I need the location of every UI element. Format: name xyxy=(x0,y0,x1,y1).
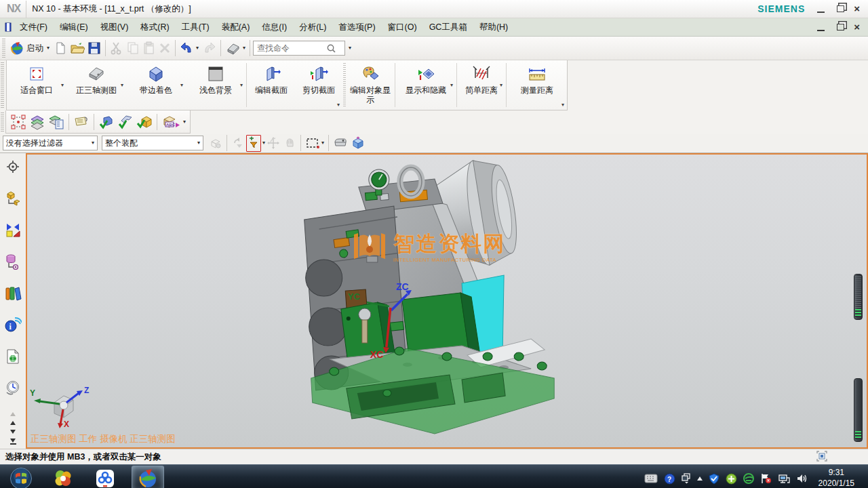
keyboard-tray-icon[interactable] xyxy=(644,474,658,483)
undo-dropdown-icon[interactable]: ▾ xyxy=(196,45,199,51)
isometric-view-button[interactable]: 正三轴测图 ▾ xyxy=(66,60,126,110)
selection-filter-combo[interactable]: 没有选择过滤器 ▾ xyxy=(3,136,98,150)
reuse-library-icon[interactable] xyxy=(4,285,22,302)
clip-slider-lower[interactable] xyxy=(854,378,863,442)
isometric-view-dropdown-icon[interactable]: ▾ xyxy=(121,82,123,88)
search-dropdown-icon[interactable]: ▾ xyxy=(349,45,351,51)
menu-preferences[interactable]: 首选项(P) xyxy=(332,19,381,36)
browser-app-button[interactable] xyxy=(47,466,79,488)
save-button[interactable] xyxy=(86,40,102,56)
antivirus-tray-icon[interactable] xyxy=(726,473,737,485)
clip-section-dropdown-icon[interactable]: ▾ xyxy=(337,102,340,108)
simple-distance-dropdown-icon[interactable]: ▾ xyxy=(500,82,502,88)
constraint-navigator-icon[interactable] xyxy=(4,222,22,239)
menu-analysis[interactable]: 分析(L) xyxy=(293,19,332,36)
show-hidden-icons[interactable] xyxy=(697,476,703,481)
edit-object-display-button[interactable]: 编辑对象显示 xyxy=(347,60,394,110)
shaded-edges-dropdown-icon[interactable]: ▾ xyxy=(180,82,183,88)
measure-distance-button[interactable]: 测量距离 ▾ xyxy=(507,60,567,110)
snap-point-button[interactable] xyxy=(9,113,28,131)
filter-highlight-button[interactable] xyxy=(246,135,261,152)
undo-button[interactable]: ▾ xyxy=(178,40,200,56)
clip-slider-upper[interactable] xyxy=(854,274,863,320)
ie-browser-tray-icon[interactable] xyxy=(743,473,754,484)
scroll-down-icon[interactable] xyxy=(10,430,16,434)
window-select-icon[interactable] xyxy=(816,451,827,464)
start-dropdown-icon[interactable]: ▾ xyxy=(47,45,50,51)
light-background-dropdown-icon[interactable]: ▾ xyxy=(240,82,243,88)
layer-settings-button[interactable] xyxy=(47,113,66,131)
nx-app-button[interactable] xyxy=(132,466,164,488)
part-navigator-icon[interactable] xyxy=(4,253,22,270)
edit-section-button[interactable]: 编辑截面 xyxy=(248,60,295,110)
utility-toolbar-grip[interactable] xyxy=(1,113,4,131)
marquee-dropdown-icon[interactable]: ▾ xyxy=(321,140,324,146)
close-icon[interactable]: × xyxy=(854,5,860,13)
measure-distance-dropdown-icon[interactable]: ▾ xyxy=(561,102,564,108)
layers-button[interactable] xyxy=(28,113,47,131)
text-tools-dropdown-icon[interactable]: ▾ xyxy=(183,119,186,125)
fit-window-dropdown-icon[interactable]: ▾ xyxy=(61,82,64,88)
minimize-icon[interactable] xyxy=(817,5,825,13)
display-dropdown-icon[interactable]: ▾ xyxy=(243,45,245,51)
roller-mode-icon[interactable] xyxy=(4,159,22,176)
menu-format[interactable]: 格式(R) xyxy=(134,19,175,36)
menu-file[interactable]: 文件(F) xyxy=(14,19,54,36)
menu-window[interactable]: 窗口(O) xyxy=(382,19,423,36)
child-restore-icon[interactable] xyxy=(837,24,844,30)
annotation-note-button[interactable] xyxy=(72,113,91,131)
child-minimize-icon[interactable] xyxy=(817,24,825,31)
network-tray-icon[interactable] xyxy=(778,474,790,484)
ribbon-grip[interactable] xyxy=(1,62,4,108)
simple-distance-button[interactable]: 简单距离 ▾ xyxy=(458,60,505,110)
toolbar-grip[interactable] xyxy=(2,39,5,58)
start-button[interactable] xyxy=(5,466,37,488)
search-input[interactable] xyxy=(256,43,326,54)
marquee-select-button[interactable]: ▾ xyxy=(304,135,326,151)
menu-edit[interactable]: 编辑(E) xyxy=(54,19,94,36)
web-info-icon[interactable]: i xyxy=(4,317,22,333)
selection-scope-dropdown-icon[interactable]: ▾ xyxy=(197,140,200,146)
scroll-bottom-icon[interactable] xyxy=(10,439,16,445)
shaded-view-button[interactable] xyxy=(349,135,367,151)
child-close-icon[interactable]: × xyxy=(854,23,860,31)
clip-section-button[interactable]: 剪切截面 ▾ xyxy=(295,60,342,110)
input-method-tray-icon[interactable]: ? xyxy=(664,473,675,485)
tool-check-button[interactable] xyxy=(116,113,135,131)
volume-tray-icon[interactable] xyxy=(796,473,808,484)
restore-icon[interactable] xyxy=(837,5,844,12)
command-finder[interactable] xyxy=(253,41,345,56)
menu-tools[interactable]: 工具(T) xyxy=(176,19,216,36)
menu-gc-toolbox[interactable]: GC工具箱 xyxy=(423,19,473,36)
search-icon[interactable] xyxy=(326,43,336,54)
selection-scope-combo[interactable]: 整个装配 ▾ xyxy=(102,136,203,150)
scroll-up-icon[interactable] xyxy=(10,421,16,425)
open-file-button[interactable] xyxy=(68,40,86,56)
show-hide-dropdown-icon[interactable]: ▾ xyxy=(450,82,453,88)
web-page-icon[interactable] xyxy=(4,348,22,365)
show-hide-button[interactable]: 显示和隐藏 ▾ xyxy=(396,60,456,110)
text-tools-button[interactable]: ABC▾ xyxy=(160,113,187,131)
menu-assemblies[interactable]: 装配(A) xyxy=(216,19,256,36)
shaded-edges-button[interactable]: 带边着色 ▾ xyxy=(126,60,186,110)
assembly-check-button[interactable] xyxy=(135,113,154,131)
light-background-button[interactable]: 浅色背景 ▾ xyxy=(186,60,245,110)
snapshot-button[interactable] xyxy=(332,135,349,151)
fit-window-button[interactable]: 适合窗口 ▾ xyxy=(7,60,66,110)
menu-help[interactable]: 帮助(H) xyxy=(473,19,514,36)
display-mode-button[interactable]: ▾ xyxy=(224,40,247,56)
taskbar-clock[interactable]: 9:31 2020/1/15 xyxy=(814,468,861,488)
selection-filter-dropdown-icon[interactable]: ▾ xyxy=(92,140,94,146)
menu-view[interactable]: 视图(V) xyxy=(94,19,135,36)
graphics-window[interactable]: ZC XC YC 智造资料网 INTELLIGENT MANUFACTURING… xyxy=(26,153,868,449)
netdisk-app-button[interactable] xyxy=(90,466,121,488)
action-center-flag-icon[interactable] xyxy=(760,473,772,484)
security-shield-tray-icon[interactable] xyxy=(709,473,719,485)
part-check-button[interactable] xyxy=(97,113,116,131)
restore-windows-tray-icon[interactable] xyxy=(682,473,691,484)
assembly-navigator-icon[interactable] xyxy=(4,190,22,207)
history-icon[interactable] xyxy=(4,380,22,397)
menu-information[interactable]: 信息(I) xyxy=(256,19,293,36)
new-file-button[interactable] xyxy=(52,40,68,56)
start-menu-button[interactable]: 启动 ▾ xyxy=(7,39,52,57)
